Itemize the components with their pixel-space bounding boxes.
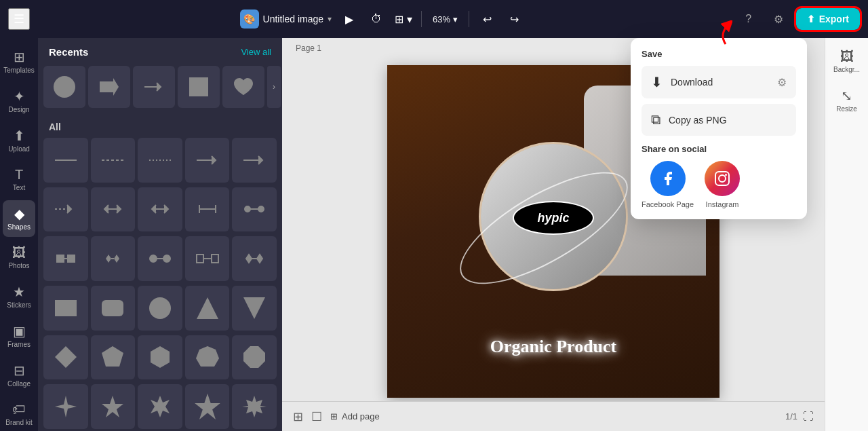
facebook-item[interactable]: Facebook Page bbox=[642, 161, 694, 208]
shape-diamond[interactable] bbox=[43, 335, 88, 380]
recent-shape-circle[interactable] bbox=[43, 66, 85, 108]
sidebar-item-design[interactable]: ✦ Design bbox=[3, 83, 35, 119]
sidebar-item-frames[interactable]: ▣ Frames bbox=[3, 318, 35, 354]
svg-marker-22 bbox=[114, 255, 119, 263]
add-page-icon: ⊞ bbox=[330, 411, 338, 421]
shape-rect-filled[interactable] bbox=[43, 286, 88, 331]
left-sidebar: ⊞ Templates ✦ Design ⬆ Upload T Text ◆ S… bbox=[0, 38, 38, 431]
help-button[interactable]: ? bbox=[736, 7, 761, 31]
separator bbox=[421, 11, 422, 27]
view-all-button[interactable]: View all bbox=[241, 47, 271, 57]
sidebar-label-photos: Photos bbox=[8, 262, 29, 270]
recent-shape-square[interactable] bbox=[178, 66, 220, 108]
shape-circle2[interactable] bbox=[138, 286, 182, 331]
page-label: Page 1 bbox=[296, 43, 321, 53]
shape-double-arrow[interactable] bbox=[91, 187, 136, 232]
shape-line[interactable] bbox=[43, 138, 88, 183]
shape-triangle-down[interactable] bbox=[232, 286, 277, 331]
undo-button[interactable]: ↩ bbox=[475, 7, 499, 31]
bottom-bar: ⊞ ☐ ⊞ Add page 1/1 ⛶ bbox=[282, 401, 825, 431]
topbar-right: ? ⚙ ⬆ Export bbox=[736, 7, 860, 31]
menu-button[interactable]: ☰ bbox=[8, 8, 30, 30]
grid-icon[interactable]: ⊞ bbox=[293, 409, 303, 424]
shape-dotted-line[interactable] bbox=[138, 138, 182, 183]
sidebar-item-stickers[interactable]: ★ Stickers bbox=[3, 278, 35, 315]
sidebar-item-collage[interactable]: ⊟ Collage bbox=[3, 357, 35, 394]
shape-dashed-line[interactable] bbox=[91, 138, 136, 183]
download-item[interactable]: ⬇ Download ⚙ bbox=[642, 66, 796, 98]
topbar-left: ☰ bbox=[8, 8, 30, 30]
shape-sq-arrow1[interactable] bbox=[43, 236, 88, 281]
sidebar-item-templates[interactable]: ⊞ Templates bbox=[3, 43, 35, 80]
sidebar-item-text[interactable]: T Text bbox=[3, 162, 35, 198]
shape-hexagon[interactable] bbox=[138, 335, 182, 380]
bottom-left: ⊞ ☐ ⊞ Add page bbox=[293, 409, 380, 424]
instagram-label: Instagram bbox=[706, 200, 739, 208]
share-section-title: Share on social bbox=[642, 144, 796, 154]
timer-button[interactable]: ⏱ bbox=[364, 7, 389, 31]
shape-diamond-ends[interactable] bbox=[232, 236, 277, 281]
stickers-icon: ★ bbox=[13, 284, 25, 300]
recent-shape-arrow-right[interactable] bbox=[133, 66, 175, 108]
shape-diamond-arrow[interactable] bbox=[91, 236, 136, 281]
shape-sq-ends[interactable] bbox=[185, 236, 230, 281]
instagram-item[interactable]: Instagram bbox=[705, 161, 740, 208]
redo-button[interactable]: ↪ bbox=[502, 7, 526, 31]
brand-name: hypic bbox=[537, 211, 569, 225]
play-button[interactable]: ▶ bbox=[337, 7, 361, 31]
svg-rect-33 bbox=[55, 300, 77, 316]
shape-star6[interactable] bbox=[138, 384, 182, 429]
copy-icon: ⧉ bbox=[651, 112, 660, 128]
svg-marker-31 bbox=[257, 255, 262, 263]
shape-star-outline[interactable] bbox=[185, 384, 230, 429]
sidebar-item-brandkit[interactable]: 🏷 Brand kit bbox=[3, 396, 35, 431]
export-label: Export bbox=[819, 14, 849, 24]
checkbox-icon[interactable]: ☐ bbox=[311, 409, 322, 424]
sidebar-item-upload[interactable]: ⬆ Upload bbox=[3, 122, 35, 159]
shape-star5[interactable] bbox=[91, 384, 136, 429]
right-sidebar-item-resize[interactable]: ⤡ Resize bbox=[828, 82, 866, 119]
sidebar-item-shapes[interactable]: ◆ Shapes bbox=[3, 200, 35, 237]
shape-dotted-arrow[interactable] bbox=[43, 187, 88, 232]
layout-button[interactable]: ⊞ ▾ bbox=[391, 7, 416, 31]
shape-badge[interactable] bbox=[232, 384, 277, 429]
svg-marker-42 bbox=[243, 346, 265, 368]
topbar: ☰ 🎨 Untitled image ▾ ▶ ⏱ ⊞ ▾ 63% ▾ ↩ ↪ ?… bbox=[0, 0, 868, 38]
zoom-level: 63% bbox=[433, 14, 450, 24]
shape-arrow-line2[interactable] bbox=[232, 138, 277, 183]
svg-marker-39 bbox=[102, 346, 123, 367]
chevron-zoom-icon: ▾ bbox=[453, 14, 458, 24]
shape-heptagon[interactable] bbox=[185, 335, 230, 380]
recents-scroll-right[interactable]: › bbox=[267, 66, 281, 108]
svg-point-49 bbox=[725, 174, 727, 176]
add-page-button[interactable]: ⊞ Add page bbox=[330, 411, 380, 421]
shape-octagon[interactable] bbox=[232, 335, 277, 380]
svg-marker-44 bbox=[102, 396, 123, 417]
settings-button[interactable]: ⚙ bbox=[766, 7, 791, 31]
shapes-icon: ◆ bbox=[14, 206, 24, 222]
copy-png-item[interactable]: ⧉ Copy as PNG bbox=[642, 104, 796, 136]
shape-arrow-line[interactable] bbox=[185, 138, 230, 183]
project-name-button[interactable]: 🎨 Untitled image ▾ bbox=[240, 10, 332, 29]
topbar-tools: ▶ ⏱ ⊞ ▾ 63% ▾ ↩ ↪ bbox=[337, 7, 526, 31]
sidebar-label-templates: Templates bbox=[3, 67, 35, 75]
svg-point-25 bbox=[163, 255, 170, 262]
sidebar-item-photos[interactable]: 🖼 Photos bbox=[3, 240, 35, 276]
download-settings-icon[interactable]: ⚙ bbox=[777, 76, 787, 89]
shape-rect-rounded[interactable] bbox=[91, 286, 136, 331]
shape-measure[interactable] bbox=[185, 187, 230, 232]
shape-circle-arrow[interactable] bbox=[232, 187, 277, 232]
export-button[interactable]: ⬆ Export bbox=[796, 8, 860, 30]
right-sidebar-item-background[interactable]: 🖼 Backgr... bbox=[828, 43, 866, 79]
fullscreen-button[interactable]: ⛶ bbox=[803, 411, 814, 423]
background-label: Backgr... bbox=[833, 66, 860, 74]
shape-pentagon[interactable] bbox=[91, 335, 136, 380]
zoom-button[interactable]: 63% ▾ bbox=[427, 12, 463, 27]
recent-shape-arrow-right-filled[interactable] bbox=[88, 66, 130, 108]
shape-double-arrow2[interactable] bbox=[138, 187, 182, 232]
shape-triangle-up[interactable] bbox=[185, 286, 230, 331]
shape-star4[interactable] bbox=[43, 384, 88, 429]
shape-circle-arrow2[interactable] bbox=[138, 236, 182, 281]
svg-rect-27 bbox=[197, 255, 203, 263]
recent-shape-heart[interactable] bbox=[222, 66, 264, 108]
